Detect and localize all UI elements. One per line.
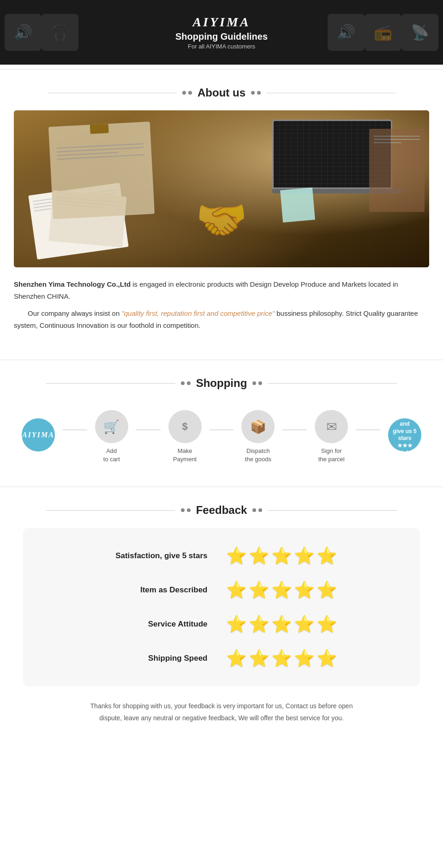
dots-left (182, 91, 192, 95)
feedback-label-3: Service Attitude (106, 620, 208, 629)
clipboard-content (49, 131, 152, 172)
star-1-3: ⭐ (271, 546, 292, 566)
feedback-line-left (46, 510, 175, 511)
shopping-dots-right (252, 381, 262, 385)
star-3-5: ⭐ (317, 615, 337, 634)
dot-7 (252, 381, 256, 385)
step-label-sign: Sign forthe parcel (318, 447, 345, 464)
line-right (266, 93, 395, 93)
feedback-label-2: Item as Described (106, 585, 208, 595)
dot-2 (188, 91, 192, 95)
star-4-5: ⭐ (317, 649, 337, 668)
dot-5 (181, 381, 185, 385)
about-para-2: Our company always insist on "quality fi… (14, 307, 429, 331)
dot-8 (258, 381, 262, 385)
star-2-3: ⭐ (271, 580, 292, 600)
bg-icon-3: 🔊 (328, 14, 365, 51)
feedback-note: Thanks for shopping with us, your feedba… (23, 700, 420, 723)
header: 🔊 🎧 🔊 📻 📡 AIYIMA Shopping Guidelines For… (0, 0, 443, 65)
star-3-1: ⭐ (226, 615, 247, 634)
divider-1 (0, 69, 443, 70)
about-para-1: Shenzhen Yima Technology Co.,Ltd is enga… (14, 278, 429, 302)
step-circle-cart: 🛒 (95, 410, 128, 443)
star-4-1: ⭐ (226, 649, 247, 668)
stars-3: ⭐ ⭐ ⭐ ⭐ ⭐ (226, 615, 337, 634)
step-circle-brand: AIYIMA (22, 418, 55, 452)
page-title: Shopping Guidelines (175, 31, 268, 42)
feedback-line-right (268, 510, 397, 511)
step-label-dispatch: Dispatchthe goods (245, 447, 271, 464)
feedback-row-2: Item as Described ⭐ ⭐ ⭐ ⭐ ⭐ (51, 580, 392, 600)
dot-4 (257, 91, 261, 95)
step-dispatch: 📦 Dispatchthe goods (233, 410, 282, 464)
dot-3 (251, 91, 255, 95)
feedback-row-3: Service Attitude ⭐ ⭐ ⭐ ⭐ ⭐ (51, 615, 392, 634)
step-confirm: Confirm andgive us 5 stars★★★★★ (380, 418, 429, 455)
feedback-row-4: Shipping Speed ⭐ ⭐ ⭐ ⭐ ⭐ (51, 649, 392, 668)
about-section-header: About us (0, 86, 443, 99)
shopping-line-left (46, 383, 175, 384)
connector-1 (63, 429, 87, 430)
about-image: 🤝 (14, 110, 429, 267)
step-label-cart: Addto cart (103, 447, 120, 464)
step-brand: AIYIMA (14, 418, 63, 455)
star-1-2: ⭐ (249, 546, 269, 566)
star-2-1: ⭐ (226, 580, 247, 600)
star-3-4: ⭐ (294, 615, 315, 634)
bg-icon-2: 🎧 (42, 14, 78, 51)
shopping-line-right (268, 383, 397, 384)
connector-5 (356, 429, 380, 430)
about-text: Shenzhen Yima Technology Co.,Ltd is enga… (14, 278, 429, 331)
step-cart: 🛒 Addto cart (87, 410, 136, 464)
binder-content (369, 129, 425, 150)
handshake-icon: 🤝 (196, 196, 247, 244)
feedback-section-header: Feedback (0, 504, 443, 517)
sticky-note (280, 187, 315, 223)
connector-3 (210, 429, 234, 430)
b2 (374, 139, 420, 140)
company-desc-2: Our company always insist on (28, 309, 121, 317)
b3 (374, 142, 401, 143)
clipboard-clip (90, 124, 109, 134)
desk-scene: 🤝 (14, 110, 429, 267)
line-left (48, 93, 177, 93)
star-3-2: ⭐ (249, 615, 269, 634)
step-circle-payment: $ (168, 410, 202, 443)
feedback-label-1: Satisfaction, give 5 stars (106, 551, 208, 561)
dots-right (251, 91, 261, 95)
company-highlight: "quality first, reputation first and com… (121, 309, 275, 317)
company-name: Shenzhen Yima Technology Co.,Ltd (14, 280, 131, 288)
dot-6 (187, 381, 191, 385)
about-title: About us (198, 86, 245, 99)
shopping-section-header: Shopping (0, 377, 443, 390)
feedback-title: Feedback (196, 504, 247, 517)
star-2-4: ⭐ (294, 580, 315, 600)
dot-10 (187, 508, 191, 512)
star-2-2: ⭐ (249, 580, 269, 600)
feedback-label-4: Shipping Speed (106, 654, 208, 663)
feedback-note-line1: Thanks for shopping with us, your feedba… (90, 702, 353, 710)
binder (369, 129, 425, 212)
b1 (374, 136, 420, 137)
connector-4 (282, 429, 307, 430)
brand-logo: AIYIMA (192, 15, 250, 30)
stars-2: ⭐ ⭐ ⭐ ⭐ ⭐ (226, 580, 337, 600)
bg-icon-5: 📡 (401, 14, 438, 51)
connector-2 (136, 429, 161, 430)
star-4-2: ⭐ (249, 649, 269, 668)
star-4-4: ⭐ (294, 649, 315, 668)
step-circle-confirm: Confirm andgive us 5 stars★★★★★ (388, 418, 421, 452)
star-4-3: ⭐ (271, 649, 292, 668)
step-circle-dispatch: 📦 (241, 410, 275, 443)
dot-12 (258, 508, 262, 512)
feedback-note-line2: dispute, leave any neutral or negative f… (99, 714, 343, 722)
bg-icon-1: 🔊 (5, 14, 42, 51)
about-image-inner: 🤝 (14, 110, 429, 267)
star-1-5: ⭐ (317, 546, 337, 566)
shopping-steps: AIYIMA 🛒 Addto cart $ MakePayment 📦 Disp… (14, 401, 429, 473)
step-payment: $ MakePayment (161, 410, 210, 464)
shopping-title: Shopping (196, 377, 247, 390)
bg-icon-4: 📻 (365, 14, 401, 51)
step-circle-sign: ✉ (315, 410, 348, 443)
cl-3 (57, 152, 118, 156)
